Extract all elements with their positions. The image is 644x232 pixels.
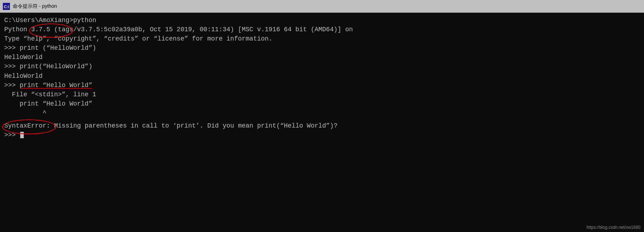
line-type-help: Type “help”, “copyright”, “credits” or “… [4, 34, 640, 43]
line-print1-input: >>> print (“HelloWorld”) [4, 43, 640, 53]
line-caret: ^ [4, 108, 640, 118]
line-syntax-error: SyntaxError: Missing parentheses in call… [4, 121, 640, 130]
line-file-error: File “<stdin>”, line 1 [4, 90, 640, 99]
svg-text:C:\: C:\ [4, 5, 9, 9]
print3-underlined: print “Hello World” [20, 82, 92, 89]
credits-text: credits [108, 35, 135, 42]
version-circle-highlight: 3.7.5 [31, 25, 50, 34]
cmd-icon: C:\ [3, 3, 10, 10]
line-print3-input: >>> print “Hello World” [4, 81, 640, 90]
cursor [20, 132, 24, 138]
terminal-window: C:\Users\AmoXiang>python Python 3.7.5 (t… [0, 13, 644, 232]
line-cmd-path: C:\Users\AmoXiang>python [4, 16, 640, 25]
line-python-version: Python 3.7.5 (tags/v3.7.5:5c02a39a0b, Oc… [4, 25, 640, 34]
title-bar: C:\ 命令提示符 - python [0, 0, 644, 13]
syntax-error-circle: SyntaxError: [4, 121, 50, 130]
line-print1-output: HelloWorld [4, 53, 640, 62]
line-prompt: >>> [4, 130, 640, 140]
title-bar-text: 命令提示符 - python [13, 3, 57, 10]
line-print2-output: HelloWorld [4, 71, 640, 81]
line-print2-input: >>> print(“HelloWorld”) [4, 62, 640, 71]
line-print3-echo: print “Hello World” [4, 99, 640, 108]
copyright-text: copyright [58, 35, 92, 42]
watermark: https://blog.csdn.net/xw1680 [587, 225, 640, 230]
